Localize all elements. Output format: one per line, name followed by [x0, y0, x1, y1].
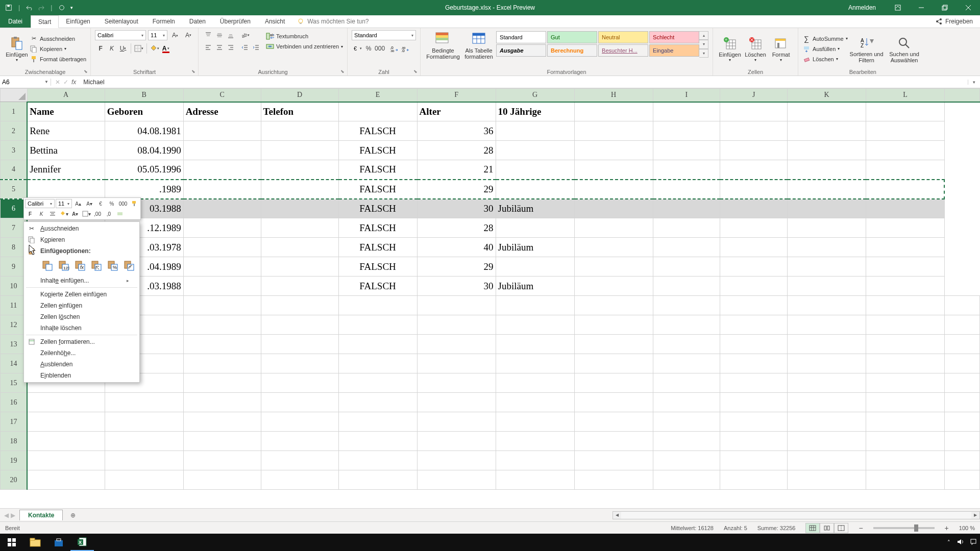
- cell-E9[interactable]: FALSCH: [338, 257, 417, 277]
- align-right-icon[interactable]: [225, 42, 236, 53]
- tab-formulas[interactable]: Formeln: [145, 15, 182, 28]
- style-output[interactable]: Ausgabe: [496, 44, 546, 57]
- align-center-icon[interactable]: [214, 42, 225, 53]
- row-header-16[interactable]: 16: [1, 393, 28, 412]
- cell-A3[interactable]: Bettina: [27, 141, 105, 160]
- touchmode-icon[interactable]: [58, 4, 65, 11]
- col-header-G[interactable]: G: [496, 89, 574, 102]
- ctx-delete-cells[interactable]: Zellen löschen: [24, 311, 139, 322]
- paste-formatting-icon[interactable]: %: [106, 259, 120, 273]
- mini-bold[interactable]: F: [25, 209, 35, 218]
- cell-F2[interactable]: 36: [417, 121, 496, 141]
- align-bottom-icon[interactable]: [225, 30, 236, 40]
- formula-input[interactable]: Michael: [80, 79, 968, 86]
- format-as-table-button[interactable]: Als Tabelle formatieren: [461, 30, 496, 61]
- number-format-combo[interactable]: Standard▾: [352, 30, 416, 40]
- sheet-prev-icon[interactable]: ◀: [4, 512, 9, 519]
- mini-inc-dec[interactable]: ,00: [92, 209, 103, 218]
- col-header-C[interactable]: C: [183, 89, 261, 102]
- col-header-H[interactable]: H: [574, 89, 653, 102]
- font-launcher[interactable]: ⬊: [190, 68, 197, 74]
- number-launcher[interactable]: ⬊: [412, 68, 419, 74]
- ctx-format-cells[interactable]: Zellen formatieren...: [24, 336, 139, 347]
- cell-E7[interactable]: FALSCH: [338, 218, 417, 238]
- col-header-K[interactable]: K: [787, 89, 866, 102]
- hscroll-left-icon[interactable]: ◀: [613, 512, 621, 519]
- bold-button[interactable]: F: [95, 43, 106, 54]
- col-header-J[interactable]: J: [720, 89, 788, 102]
- format-painter-button[interactable]: Format übertragen: [30, 54, 86, 64]
- tab-review[interactable]: Überprüfen: [213, 15, 258, 28]
- tray-up-icon[interactable]: ˄: [947, 539, 950, 546]
- mini-align[interactable]: [47, 209, 58, 218]
- indent-dec-icon[interactable]: [239, 42, 251, 53]
- copy-button[interactable]: Kopieren ▾: [30, 44, 86, 54]
- tell-me[interactable]: Was möchten Sie tun?: [292, 15, 369, 28]
- font-color-button[interactable]: A▾: [160, 43, 172, 54]
- style-bad[interactable]: Schlecht: [649, 31, 699, 43]
- cell-E4[interactable]: FALSCH: [338, 160, 417, 180]
- horizontal-scrollbar[interactable]: ◀ ▶: [612, 511, 980, 519]
- cell-F10[interactable]: 30: [417, 277, 496, 296]
- tab-data[interactable]: Daten: [182, 15, 213, 28]
- row-header-5[interactable]: 5: [1, 180, 28, 199]
- mini-painter-icon[interactable]: [129, 199, 139, 208]
- cell-G3[interactable]: [496, 141, 574, 160]
- cell-A5[interactable]: [27, 180, 105, 199]
- cell-F7[interactable]: 28: [417, 218, 496, 238]
- cell-F8[interactable]: 40: [417, 238, 496, 257]
- tray-volume-icon[interactable]: [957, 538, 964, 546]
- align-middle-icon[interactable]: [214, 30, 225, 40]
- paste-values-icon[interactable]: 123: [57, 259, 71, 273]
- paste-formulas-icon[interactable]: fx: [73, 259, 87, 273]
- fill-color-button[interactable]: ▾: [149, 43, 160, 54]
- tab-view[interactable]: Ansicht: [258, 15, 292, 28]
- style-input[interactable]: Eingabe: [649, 44, 699, 57]
- mini-accounting-icon[interactable]: €: [95, 199, 106, 208]
- cell-F6[interactable]: 30: [417, 199, 496, 218]
- view-page-break-icon[interactable]: [834, 523, 848, 533]
- fill-button[interactable]: Ausfüllen ▾: [802, 44, 848, 54]
- orientation-icon[interactable]: ab▾: [239, 30, 251, 40]
- style-calc[interactable]: Berechnung: [547, 44, 597, 57]
- wrap-text-button[interactable]: abTextumbruch: [266, 31, 343, 41]
- row-header-18[interactable]: 18: [1, 432, 28, 451]
- zoom-in-icon[interactable]: +: [945, 524, 949, 532]
- cell-F9[interactable]: 29: [417, 257, 496, 277]
- paste-button[interactable]: Einfügen ▾: [4, 30, 30, 67]
- font-size-combo[interactable]: 11▾: [148, 30, 167, 40]
- select-all-cell[interactable]: [1, 89, 28, 102]
- notifications-icon[interactable]: [970, 538, 977, 546]
- ctx-insert-copied[interactable]: Kopierte Zellen einfügen: [24, 289, 139, 300]
- cell-G5[interactable]: [496, 180, 574, 199]
- cell-E3[interactable]: FALSCH: [338, 141, 417, 160]
- style-good[interactable]: Gut: [547, 31, 597, 43]
- row-header-4[interactable]: 4: [1, 160, 28, 180]
- mini-merge[interactable]: [115, 209, 125, 218]
- cells-insert-button[interactable]: +Einfügen▾: [717, 30, 743, 67]
- close-button[interactable]: [957, 0, 980, 15]
- row-header-2[interactable]: 2: [1, 121, 28, 141]
- ctx-cut[interactable]: ✂Ausschneiden: [24, 223, 139, 234]
- mini-shrink-icon[interactable]: A▾: [84, 199, 94, 208]
- redo-icon[interactable]: [37, 4, 44, 11]
- cells-delete-button[interactable]: Löschen▾: [743, 30, 768, 67]
- mini-italic[interactable]: K: [36, 209, 46, 218]
- col-header-D[interactable]: D: [261, 89, 338, 102]
- cell-F5[interactable]: 29: [417, 180, 496, 199]
- cell-B5[interactable]: .1989: [105, 180, 183, 199]
- conditional-formatting-button[interactable]: Bedingte Formatierung: [425, 30, 461, 61]
- start-button[interactable]: [0, 534, 23, 551]
- row-header-17[interactable]: 17: [1, 412, 28, 432]
- worksheet-grid[interactable]: ABCDEFGHIJKL1NameGeborenAdresseTelefonAl…: [0, 88, 980, 508]
- shrink-font-icon[interactable]: A▾: [183, 30, 194, 40]
- alignment-launcher[interactable]: ⬊: [339, 68, 346, 74]
- cell-G10[interactable]: Jubiläum: [496, 277, 574, 296]
- zoom-level[interactable]: 100 %: [959, 525, 975, 531]
- mini-dec-dec[interactable]: ,0: [104, 209, 114, 218]
- sort-filter-button[interactable]: AZSortieren und Filtern: [848, 30, 886, 67]
- decrease-decimal-icon[interactable]: ,00,0: [400, 43, 411, 54]
- row-header-3[interactable]: 3: [1, 141, 28, 160]
- mini-font-color[interactable]: A▾: [70, 209, 80, 218]
- tab-insert[interactable]: Einfügen: [59, 15, 97, 28]
